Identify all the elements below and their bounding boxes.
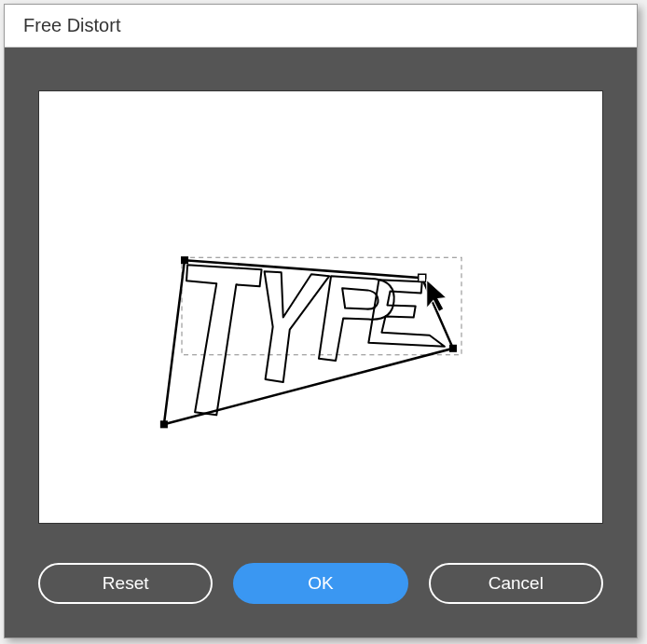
button-row: Reset OK Cancel (38, 563, 603, 604)
free-distort-dialog: Free Distort (4, 4, 638, 638)
handle-top-left[interactable] (181, 256, 188, 264)
title-bar: Free Distort (5, 5, 637, 48)
ok-button[interactable]: OK (233, 563, 407, 604)
dialog-title: Free Distort (23, 15, 120, 36)
cancel-button[interactable]: Cancel (429, 563, 603, 604)
preview-canvas[interactable] (38, 90, 603, 524)
handle-bottom-left[interactable] (160, 420, 168, 428)
handle-top-right[interactable] (419, 274, 426, 281)
cursor-arrow-icon (427, 280, 447, 311)
handle-bottom-right[interactable] (449, 345, 457, 352)
distorted-type-text (186, 265, 445, 415)
reset-button[interactable]: Reset (38, 563, 213, 604)
distort-preview-svg (39, 91, 602, 523)
dialog-body: Reset OK Cancel (5, 48, 637, 637)
svg-marker-1 (265, 271, 329, 382)
svg-marker-0 (186, 265, 262, 415)
